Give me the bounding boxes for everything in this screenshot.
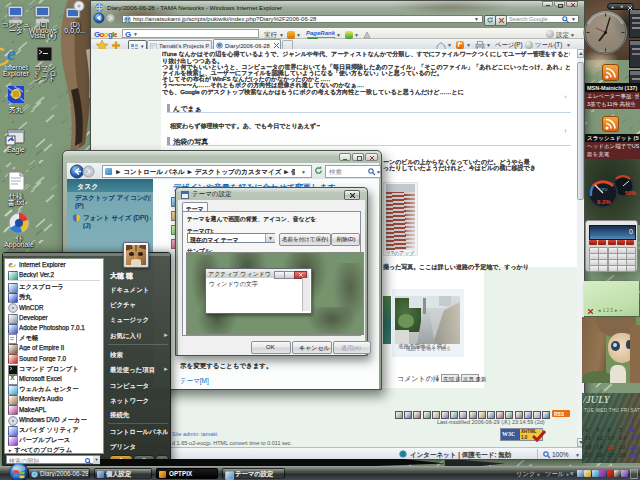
svg-text:0.2%: 0.2% [597, 199, 611, 205]
svg-text:50%: 50% [625, 190, 636, 196]
svg-text:CPU: CPU [599, 187, 608, 192]
